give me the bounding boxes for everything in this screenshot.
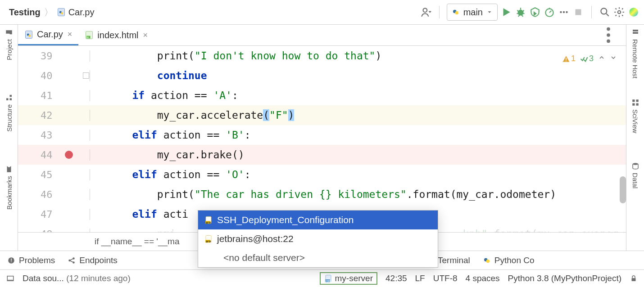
line-number[interactable]: 40	[18, 70, 90, 81]
svg-point-19	[28, 35, 31, 37]
line-number[interactable]: 47	[18, 209, 90, 220]
run-button[interactable]	[500, 6, 512, 18]
svg-rect-16	[9, 95, 12, 97]
problems-tool-tab[interactable]: Problems	[7, 256, 55, 265]
breadcrumb-file[interactable]: Car.py	[57, 7, 95, 18]
code-line[interactable]: continue	[90, 70, 626, 81]
sciview-label: SciView	[631, 109, 639, 133]
indent-settings[interactable]: 4 spaces	[466, 274, 500, 283]
status-message[interactable]: Data sou... (12 minutes ago)	[23, 274, 131, 283]
prev-highlight-icon[interactable]	[598, 54, 605, 63]
inspection-widget[interactable]: 1 3	[562, 54, 617, 63]
remote-host-tool-button[interactable]: Remote Host	[631, 28, 639, 79]
html-file-icon: H	[85, 31, 94, 40]
file-encoding[interactable]: UTF-8	[433, 274, 458, 283]
checks-indicator[interactable]: 3	[580, 54, 594, 63]
svg-point-2	[61, 12, 63, 14]
code-line[interactable]: if action == 'A':	[90, 90, 626, 101]
line-number[interactable]: 45	[18, 169, 90, 180]
warnings-indicator[interactable]: 1	[562, 54, 576, 63]
code-line[interactable]: print("I don't know how to do that")	[90, 50, 626, 62]
line-number[interactable]: 44	[18, 149, 90, 161]
endpoints-icon	[68, 256, 76, 265]
tabs-more-button[interactable]	[591, 25, 626, 45]
line-separator[interactable]: LF	[415, 274, 425, 283]
structure-tool-button[interactable]: Structure	[5, 94, 13, 132]
breakpoint-icon[interactable]	[65, 151, 73, 159]
python-interpreter[interactable]: Python 3.8 (MyPythonProject)	[508, 274, 621, 283]
profile-button[interactable]	[544, 6, 555, 18]
tab-car-py-label: Car.py	[37, 29, 63, 40]
lock-icon[interactable]	[630, 274, 638, 283]
caret-position[interactable]: 42:35	[385, 274, 407, 283]
popup-item-no-default[interactable]: <no default server>	[198, 248, 438, 267]
sftp-file-icon: SFTP	[204, 216, 213, 224]
vertical-scrollbar[interactable]	[620, 176, 626, 203]
line-number[interactable]: 46	[18, 189, 90, 200]
sciview-tool-button[interactable]: SciView	[631, 99, 639, 133]
remote-host-label: Remote Host	[631, 39, 639, 79]
code-editor[interactable]: 39 print("I don't know how to do that")4…	[18, 46, 626, 232]
deployment-server-popup: SFTP SSH_Deployment_Configuration SFTP j…	[198, 210, 438, 268]
more-run-actions-icon[interactable]	[558, 6, 570, 18]
chevron-down-icon	[486, 7, 493, 18]
svg-rect-26	[566, 58, 567, 60]
tab-index-html-label: index.html	[97, 30, 138, 40]
svg-point-10	[566, 11, 567, 13]
database-icon	[631, 162, 639, 170]
code-line[interactable]: elif action == 'B':	[90, 129, 626, 141]
python-console-tool-tab[interactable]: Python Co	[483, 256, 535, 265]
jetbrains-toolbox-icon[interactable]	[628, 6, 639, 18]
svg-point-8	[560, 11, 562, 13]
line-number[interactable]: 39	[18, 50, 90, 62]
debug-button[interactable]	[515, 6, 526, 18]
user-with-dropdown-icon[interactable]	[420, 6, 432, 18]
status-message-time: (12 minutes ago)	[66, 274, 131, 283]
deployment-server-name: my-server	[335, 274, 373, 283]
code-line[interactable]: my_car.accelerate("F")	[90, 109, 626, 121]
svg-point-13	[618, 11, 621, 14]
bookmarks-tool-button[interactable]: Bookmarks	[5, 165, 13, 210]
project-tool-button[interactable]: Project	[5, 28, 13, 60]
close-tab-icon[interactable]: ×	[143, 31, 148, 40]
popup-no-default-label: <no default server>	[204, 252, 305, 263]
line-number[interactable]: 43	[18, 130, 90, 141]
sftp-file-icon: SFTP	[204, 235, 213, 243]
code-line[interactable]: elif action == 'O':	[90, 169, 626, 180]
svg-rect-29	[633, 32, 638, 34]
run-with-coverage-button[interactable]	[529, 6, 541, 18]
popup-item-ssh-deployment[interactable]: SFTP SSH_Deployment_Configuration	[198, 211, 438, 229]
hide-tool-windows-icon[interactable]	[6, 274, 14, 283]
run-config-selector[interactable]: main	[447, 4, 498, 21]
tab-index-html[interactable]: H index.html ×	[78, 25, 154, 45]
svg-point-43	[486, 259, 490, 263]
breadcrumb-project[interactable]: Testing	[9, 7, 41, 18]
bookmark-icon	[5, 165, 13, 173]
close-tab-icon[interactable]: ×	[68, 30, 73, 39]
folder-icon	[5, 28, 13, 36]
editor-tabs: Car.py × H index.html ×	[18, 25, 626, 46]
tab-car-py[interactable]: Car.py ×	[18, 25, 78, 45]
deployment-server-widget[interactable]: FTPS my-server	[320, 272, 377, 285]
python-file-icon	[57, 8, 66, 17]
code-line[interactable]: print("The car has driven {} kilometers"…	[90, 188, 626, 200]
search-everywhere-button[interactable]	[599, 6, 611, 18]
database-tool-button[interactable]: Datal	[631, 162, 639, 188]
status-message-text: Data sou...	[23, 274, 64, 283]
breadcrumb-file-label: Car.py	[68, 7, 95, 18]
line-number[interactable]: 41	[18, 90, 90, 101]
settings-button[interactable]	[613, 6, 625, 18]
server-icon	[631, 28, 639, 36]
svg-rect-27	[566, 60, 567, 61]
svg-point-34	[633, 163, 638, 165]
line-number[interactable]: 42	[18, 110, 90, 121]
endpoints-tool-tab[interactable]: Endpoints	[68, 256, 118, 265]
popup-item-label: SSH_Deployment_Configuration	[217, 215, 354, 225]
svg-rect-48	[632, 278, 636, 281]
line-number[interactable]: 48	[18, 229, 90, 233]
breadcrumb: Testing 〉 Car.py	[9, 6, 94, 18]
popup-item-jetbrains-host[interactable]: SFTP jetbrains@host:22	[198, 229, 438, 248]
fold-handle-icon[interactable]	[83, 72, 89, 79]
code-line[interactable]: my_car.brake()	[90, 149, 626, 161]
next-highlight-icon[interactable]	[610, 54, 617, 63]
